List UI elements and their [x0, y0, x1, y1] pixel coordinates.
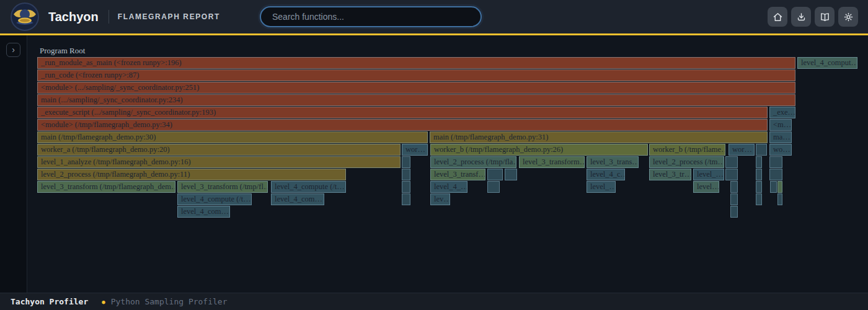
flame-bar[interactable] [505, 169, 517, 180]
flame-bar[interactable] [730, 206, 738, 218]
flame-bar[interactable] [487, 181, 500, 193]
flame-bar[interactable]: main (.../sampling/_sync_coordinator.py:… [37, 94, 795, 106]
flame-bar[interactable]: level_4_compute (/t… [271, 181, 346, 193]
flame-bar[interactable]: lev… [430, 193, 450, 205]
flame-bar[interactable]: _run_module_as_main (<frozen runpy>:196) [37, 57, 795, 69]
flame-bar[interactable]: level_4_comput… [797, 57, 857, 69]
flame-bar[interactable]: level_2_process (/tmp/fla… [430, 156, 516, 168]
flame-bar[interactable]: level_4_c… [587, 169, 625, 180]
flamegraph: _run_module_as_main (<frozen runpy>:196)… [0, 0, 868, 310]
flame-bar[interactable]: level_4_… [430, 181, 467, 193]
flame-bar[interactable]: _exe… [769, 107, 795, 118]
flame-bar[interactable]: level_2_process (/tm… [649, 156, 724, 168]
flame-bar[interactable] [725, 156, 738, 168]
flame-bar[interactable]: wo… [769, 144, 792, 156]
flame-bar[interactable]: level_3_transform (/tmp/fl… [177, 181, 268, 193]
flame-bar[interactable] [487, 169, 503, 180]
flame-bar[interactable]: level_4_compute (/t… [177, 193, 252, 205]
flame-bar[interactable]: level_1_analyze (/tmp/flamegraph_demo.py… [37, 156, 401, 168]
status-bar: Tachyon Profiler ● Python Sampling Profi… [0, 293, 868, 310]
flame-bar[interactable]: wor… [728, 144, 755, 156]
flame-bar[interactable] [756, 193, 762, 205]
footer-app-name: Tachyon Profiler [11, 297, 88, 306]
flame-bar[interactable]: level_3_transform (/tmp/flamegraph_dem… [37, 181, 175, 193]
flame-bar[interactable]: _execute_script (.../sampling/_sync_coor… [37, 107, 768, 118]
flame-bar[interactable]: level_3_transform… [519, 156, 585, 168]
flame-bar[interactable] [402, 181, 410, 193]
flame-bar[interactable] [756, 144, 767, 156]
flame-bar[interactable]: level_3_trans… [587, 156, 639, 168]
flame-bar[interactable] [402, 156, 410, 168]
flame-bar[interactable] [730, 181, 738, 193]
flame-bar[interactable]: level… [693, 181, 719, 193]
flame-bar[interactable] [402, 169, 410, 180]
flame-bar[interactable]: worker_b (/tmp/flamegraph_demo.py:26) [430, 144, 648, 156]
flame-bar[interactable]: ma… [769, 131, 792, 143]
footer-subtitle: Python Sampling Profiler [111, 297, 228, 306]
flame-bar[interactable] [777, 193, 782, 205]
flame-bar[interactable] [769, 169, 782, 180]
flame-bar[interactable]: level_4_com… [177, 206, 230, 218]
flame-bar[interactable] [725, 169, 738, 180]
flame-bar[interactable]: level_4_com… [271, 193, 324, 205]
flame-bar[interactable]: main (/tmp/flamegraph_demo.py:30) [37, 131, 428, 143]
flame-bar[interactable]: <module> (.../sampling/_sync_coordinator… [37, 82, 795, 94]
flame-bar[interactable] [730, 193, 738, 205]
flame-bar[interactable]: wor… [402, 144, 428, 156]
flame-bar[interactable] [756, 181, 762, 193]
app-window: Tachyon FLAMEGRAPH REPORT [0, 0, 868, 310]
flame-bar[interactable] [756, 156, 762, 168]
flame-bar[interactable] [769, 156, 782, 168]
flame-bar[interactable]: main (/tmp/flamegraph_demo.py:31) [430, 131, 768, 143]
flame-bar[interactable]: level_2_process (/tmp/flamegraph_demo.py… [37, 169, 346, 180]
flame-bar[interactable]: level_3_tr… [649, 169, 691, 180]
flame-bar[interactable]: <m… [769, 119, 792, 131]
flame-bar[interactable]: worker_a (/tmp/flamegraph_demo.py:20) [37, 144, 401, 156]
flame-bar[interactable]: level_… [587, 181, 616, 193]
flame-bar[interactable] [777, 181, 782, 193]
flame-bar[interactable]: level_… [693, 169, 724, 180]
bullet-icon: ● [102, 299, 105, 305]
flame-bar[interactable]: _run_code (<frozen runpy>:87) [37, 69, 795, 81]
flame-bar[interactable]: <module> (/tmp/flamegraph_demo.py:34) [37, 119, 768, 131]
flame-bar[interactable] [756, 169, 762, 180]
flame-bar[interactable] [402, 193, 410, 205]
flame-bar[interactable] [770, 181, 777, 193]
flame-bar[interactable]: worker_b (/tmp/flame… [649, 144, 725, 156]
flame-bar[interactable]: level_3_transf… [430, 169, 485, 180]
